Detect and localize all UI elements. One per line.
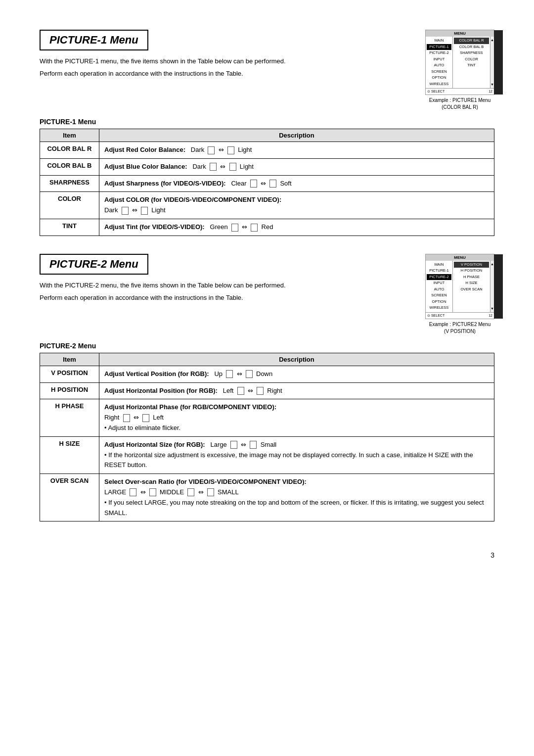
menu-item-option: OPTION bbox=[427, 75, 451, 81]
table-row: COLOR BAL R Adjust Red Color Balance: Da… bbox=[40, 142, 494, 158]
box-hphase-r bbox=[123, 414, 130, 422]
item-hposition: H POSITION bbox=[40, 382, 99, 399]
table-row: SHARPNESS Adjust Sharpness (for VIDEO/S-… bbox=[40, 175, 494, 192]
table-row: OVER SCAN Select Over-scan Ratio (for VI… bbox=[40, 474, 494, 521]
picture2-menu-caption: Example : PICTURE2 Menu(V POSITION) bbox=[425, 321, 494, 335]
picture1-desc1: With the PICTURE-1 menu, the five items … bbox=[40, 56, 410, 67]
item-sharpness: SHARPNESS bbox=[40, 175, 99, 192]
desc-hsize: Adjust Horizontal Size (for RGB): Large … bbox=[99, 436, 494, 473]
menu-item-picture1: PICTURE-1 bbox=[427, 44, 451, 50]
picture2-menu-mock-container: MENU MAIN PICTURE-1 PICTURE-2 INPUT AUTO… bbox=[425, 254, 494, 335]
box-red bbox=[251, 224, 258, 232]
picture2-table-header-row: Item Description bbox=[40, 353, 494, 366]
picture1-title: PICTURE-1 Menu bbox=[49, 34, 138, 47]
item-colorbalr: COLOR BAL R bbox=[40, 142, 99, 158]
item-colorbalb: COLOR BAL B bbox=[40, 158, 99, 175]
table-row: TINT Adjust Tint (for VIDEO/S-VIDEO): Gr… bbox=[40, 219, 494, 236]
scrollbar-indicator: ▲ bbox=[490, 38, 494, 43]
desc-bold-color: Adjust COLOR (for VIDEO/S-VIDEO/COMPONEN… bbox=[104, 196, 281, 203]
item-hsize: H SIZE bbox=[40, 436, 99, 473]
menu-item-picture2: PICTURE-2 bbox=[427, 50, 451, 56]
picture1-left: PICTURE-1 Menu With the PICTURE-1 menu, … bbox=[40, 30, 410, 81]
table-row: COLOR BAL B Adjust Blue Color Balance: D… bbox=[40, 158, 494, 175]
menu-mock-body: MAIN PICTURE-1 PICTURE-2 INPUT AUTO SCRE… bbox=[426, 37, 494, 88]
box-dark-b bbox=[210, 163, 217, 171]
scrollbar2-indicator-down: ▼ bbox=[490, 306, 494, 311]
table-row: COLOR Adjust COLOR (for VIDEO/S-VIDEO/CO… bbox=[40, 192, 494, 219]
picture2-title-box: PICTURE-2 Menu bbox=[40, 254, 148, 275]
menu2-item-screen: SCREEN bbox=[427, 292, 451, 299]
menu-right-colorbalb: COLOR BAL B bbox=[454, 44, 489, 50]
picture2-header: PICTURE-2 Menu With the PICTURE-2 menu, … bbox=[40, 254, 494, 335]
picture2-table: Item Description V POSITION Adjust Verti… bbox=[40, 353, 494, 522]
picture2-subtitle: PICTURE-2 Menu bbox=[40, 342, 494, 350]
scrollbar-indicator-down: ▼ bbox=[490, 82, 494, 87]
page-number: 3 bbox=[40, 551, 494, 559]
desc-bold-colorbalr: Adjust Red Color Balance: bbox=[104, 146, 185, 153]
desc-tint: Adjust Tint (for VIDEO/S-VIDEO): Green ⇔… bbox=[99, 219, 494, 236]
item-color: COLOR bbox=[40, 192, 99, 219]
scrollbar2-indicator: ▲ bbox=[490, 262, 494, 267]
box-down bbox=[246, 370, 253, 378]
menu2-item-picture1: PICTURE-1 bbox=[427, 268, 451, 274]
menu2-right-hphase: H PHASE bbox=[454, 274, 489, 281]
black-bar bbox=[494, 30, 503, 94]
desc-bold-hposition: Adjust Horizontal Position (for RGB): bbox=[104, 387, 218, 394]
item-vposition: V POSITION bbox=[40, 366, 99, 382]
picture1-menu-caption: Example : PICTURE1 Menu(COLOR BAL R) bbox=[425, 97, 494, 111]
item-hphase: H PHASE bbox=[40, 399, 99, 436]
black-bar-2 bbox=[494, 254, 503, 319]
box-up bbox=[226, 370, 233, 378]
menu2-mock-right: V POSITION H POSITION H PHASE H SIZE OVE… bbox=[453, 261, 490, 312]
box-mid2-os bbox=[187, 488, 194, 496]
picture2-desc1: With the PICTURE-2 menu, the five items … bbox=[40, 281, 410, 291]
box-dark-c bbox=[122, 207, 129, 215]
box-light-b bbox=[229, 163, 236, 171]
box-green bbox=[231, 224, 238, 232]
table-row: V POSITION Adjust Vertical Position (for… bbox=[40, 366, 494, 382]
desc-hposition: Adjust Horizontal Position (for RGB): Le… bbox=[99, 382, 494, 399]
menu2-item-wireless: WIRELESS bbox=[427, 305, 451, 311]
desc-vposition: Adjust Vertical Position (for RGB): Up ⇔… bbox=[99, 366, 494, 382]
menu-right-tint: TINT bbox=[454, 62, 489, 69]
box-large bbox=[230, 441, 237, 449]
menu-mock-right: COLOR BAL R COLOR BAL B SHARPNESS COLOR … bbox=[453, 37, 490, 88]
box-soft bbox=[269, 180, 276, 188]
menu-mock-left: MAIN PICTURE-1 PICTURE-2 INPUT AUTO SCRE… bbox=[426, 37, 453, 88]
menu2-mock-footer: ⊙ SELECT 12 bbox=[426, 312, 494, 319]
menu-mock-scrollbar: ▲ ▼ bbox=[490, 37, 494, 88]
picture2-title: PICTURE-2 Menu bbox=[49, 258, 138, 271]
picture1-table: Item Description COLOR BAL R Adjust Red … bbox=[40, 129, 494, 236]
menu-footer-select: ⊙ SELECT bbox=[427, 89, 445, 94]
box-hphase-l bbox=[142, 414, 149, 422]
box-clear bbox=[250, 180, 257, 188]
menu2-footer-select: ⊙ SELECT bbox=[427, 313, 445, 318]
picture1-col-item: Item bbox=[40, 129, 99, 142]
desc-sharpness: Adjust Sharpness (for VIDEO/S-VIDEO): Cl… bbox=[99, 175, 494, 192]
menu-item-input: INPUT bbox=[427, 56, 451, 63]
picture1-menu-mock-container: MENU MAIN PICTURE-1 PICTURE-2 INPUT AUTO… bbox=[425, 30, 494, 111]
item-overscan: OVER SCAN bbox=[40, 474, 99, 521]
menu2-right-overscan: OVER SCAN bbox=[454, 286, 489, 293]
menu-right-color: COLOR bbox=[454, 56, 489, 63]
picture2-desc2: Perform each operation in accordance wit… bbox=[40, 293, 410, 303]
picture2-col-desc: Description bbox=[99, 353, 494, 366]
menu-mock-footer: ⊙ SELECT 12 bbox=[426, 88, 494, 94]
picture2-col-item: Item bbox=[40, 353, 99, 366]
menu2-item-main: MAIN bbox=[427, 262, 451, 268]
desc-colorbalb: Adjust Blue Color Balance: Dark ⇔ Light bbox=[99, 158, 494, 175]
box-large-os bbox=[130, 488, 136, 496]
picture1-menu-mock: MENU MAIN PICTURE-1 PICTURE-2 INPUT AUTO… bbox=[425, 30, 494, 95]
menu-item-screen: SCREEN bbox=[427, 69, 451, 75]
desc-bold-vposition: Adjust Vertical Position (for RGB): bbox=[104, 370, 209, 378]
picture1-section: PICTURE-1 Menu With the PICTURE-1 menu, … bbox=[40, 30, 494, 236]
menu2-item-option: OPTION bbox=[427, 299, 451, 305]
menu-item-auto: AUTO bbox=[427, 62, 451, 69]
desc-bold-sharpness: Adjust Sharpness (for VIDEO/S-VIDEO): bbox=[104, 180, 226, 187]
menu2-footer-num: 12 bbox=[489, 313, 492, 318]
menu2-mock-left: MAIN PICTURE-1 PICTURE-2 INPUT AUTO SCRE… bbox=[426, 261, 453, 312]
menu-mock-header: MENU bbox=[426, 30, 494, 37]
menu2-mock-body: MAIN PICTURE-1 PICTURE-2 INPUT AUTO SCRE… bbox=[426, 261, 494, 312]
menu2-mock-header: MENU bbox=[426, 254, 494, 261]
box-small-os bbox=[207, 488, 214, 496]
